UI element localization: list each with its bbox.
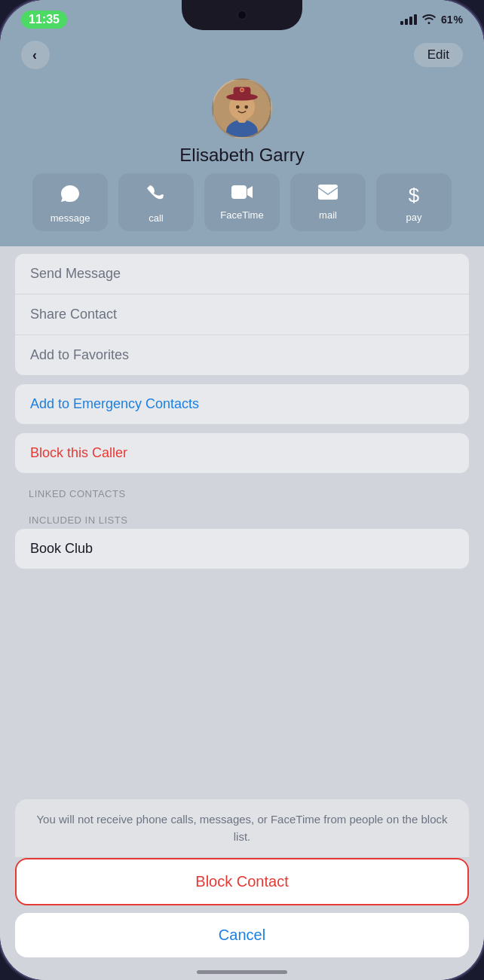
battery-icon: 61 % bbox=[441, 14, 463, 26]
message-label: message bbox=[51, 212, 90, 224]
status-icons: 61 % bbox=[400, 12, 463, 27]
add-favorites-label: Add to Favorites bbox=[30, 347, 129, 362]
contact-header: ‹ Edit bbox=[0, 33, 484, 246]
header-nav: ‹ Edit bbox=[21, 41, 463, 69]
action-sheet-info-text: You will not receive phone calls, messag… bbox=[36, 813, 447, 843]
included-in-lists-label: INCLUDED IN LISTS bbox=[0, 508, 484, 529]
back-chevron-icon: ‹ bbox=[32, 47, 37, 63]
mail-icon bbox=[317, 184, 338, 205]
mail-action-button[interactable]: mail bbox=[290, 173, 366, 231]
book-club-label: Book Club bbox=[30, 541, 93, 556]
svg-point-7 bbox=[244, 105, 248, 109]
message-icon bbox=[60, 184, 81, 208]
svg-point-6 bbox=[236, 105, 240, 109]
wifi-icon bbox=[421, 12, 437, 27]
block-caller-item[interactable]: Block this Caller bbox=[15, 433, 469, 473]
emergency-contacts-label: Add to Emergency Contacts bbox=[30, 396, 199, 411]
svg-rect-11 bbox=[318, 185, 338, 200]
contact-avatar bbox=[212, 78, 272, 139]
add-favorites-item[interactable]: Add to Favorites bbox=[15, 335, 469, 375]
notch bbox=[182, 0, 302, 30]
call-action-button[interactable]: call bbox=[118, 173, 194, 231]
cancel-label: Cancel bbox=[219, 927, 265, 943]
linked-contacts-label: LINKED CONTACTS bbox=[0, 482, 484, 502]
lists-group: Book Club bbox=[15, 529, 469, 569]
facetime-action-button[interactable]: FaceTime bbox=[204, 173, 280, 231]
send-message-label: Send Message bbox=[30, 266, 121, 281]
signal-icon bbox=[400, 14, 417, 25]
block-caller-group: Block this Caller bbox=[15, 433, 469, 473]
pay-action-button[interactable]: $ pay bbox=[376, 173, 452, 231]
mail-label: mail bbox=[319, 209, 337, 221]
action-sheet-info: You will not receive phone calls, messag… bbox=[15, 799, 469, 858]
message-action-button[interactable]: message bbox=[32, 173, 108, 231]
general-actions-group: Send Message Share Contact Add to Favori… bbox=[15, 254, 469, 375]
book-club-item[interactable]: Book Club bbox=[15, 529, 469, 569]
home-indicator bbox=[197, 970, 287, 974]
status-time: 11:35 bbox=[21, 11, 67, 29]
content-area: Send Message Share Contact Add to Favori… bbox=[0, 246, 484, 585]
emergency-contacts-item[interactable]: Add to Emergency Contacts bbox=[15, 384, 469, 424]
emergency-contacts-group: Add to Emergency Contacts bbox=[15, 384, 469, 424]
action-buttons-row: message call bbox=[21, 173, 463, 231]
pay-label: pay bbox=[406, 212, 422, 223]
edit-button[interactable]: Edit bbox=[414, 43, 463, 67]
call-icon bbox=[146, 184, 166, 208]
camera-cutout bbox=[237, 10, 247, 20]
facetime-icon bbox=[231, 184, 253, 205]
send-message-item[interactable]: Send Message bbox=[15, 254, 469, 295]
svg-rect-10 bbox=[231, 185, 247, 199]
block-contact-label: Block Contact bbox=[195, 873, 288, 890]
svg-point-9 bbox=[240, 88, 244, 91]
phone-screen: 11:35 61 % bbox=[0, 0, 484, 980]
action-sheet: You will not receive phone calls, messag… bbox=[0, 799, 484, 980]
back-button[interactable]: ‹ bbox=[21, 41, 50, 69]
call-label: call bbox=[149, 212, 164, 224]
phone-frame: 11:35 61 % bbox=[0, 0, 484, 980]
pay-icon: $ bbox=[409, 184, 419, 207]
share-contact-label: Share Contact bbox=[30, 307, 117, 322]
battery-level: 61 bbox=[441, 14, 453, 26]
share-contact-item[interactable]: Share Contact bbox=[15, 295, 469, 335]
contact-name: Elisabeth Garry bbox=[179, 145, 304, 166]
block-contact-button[interactable]: Block Contact bbox=[15, 858, 469, 905]
facetime-label: FaceTime bbox=[220, 209, 263, 221]
block-caller-label: Block this Caller bbox=[30, 445, 127, 460]
cancel-button[interactable]: Cancel bbox=[15, 913, 469, 957]
